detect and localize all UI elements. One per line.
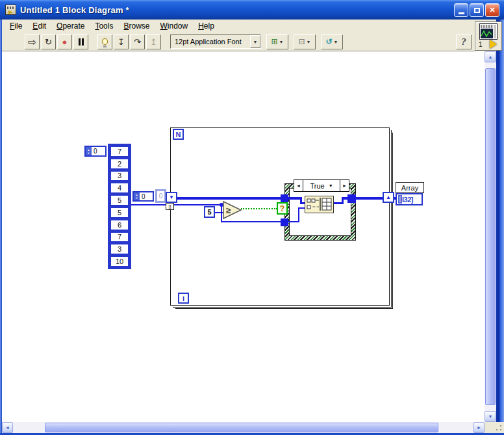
pause-icon [79, 38, 81, 46]
menu-operate-accel: O [57, 21, 62, 31]
for-loop[interactable] [170, 127, 390, 306]
loop-iteration-terminal[interactable]: i [178, 293, 189, 304]
array-element[interactable]: 5 [110, 207, 129, 218]
shift-register-left[interactable]: ▼ [166, 192, 177, 203]
menu-window-rest: indow [168, 21, 188, 31]
wire-array-to-tunnel [128, 204, 168, 205]
distribute-objects-button[interactable]: ⊟▼ [294, 34, 316, 49]
array-constant[interactable]: 7 2 3 4 5 5 6 7 3 10 [108, 144, 131, 269]
menu-edit[interactable]: Edit [27, 20, 51, 33]
reorder-icon: ↺ [326, 37, 333, 46]
array-indicator-label[interactable]: Array [396, 182, 424, 193]
font-selector[interactable]: 12pt Application Font ▼ [170, 34, 261, 49]
vi-icon-pane[interactable]: 1 [475, 21, 502, 51]
array-element[interactable]: 2 [110, 158, 129, 170]
shift-register-right[interactable]: ▲ [383, 192, 394, 203]
minimize-button[interactable] [454, 3, 468, 17]
case-name[interactable]: True▼ [303, 180, 340, 191]
array-element[interactable]: 6 [110, 219, 129, 231]
menu-bar: File Edit Operate Tools Browse Window He… [2, 20, 475, 33]
horizontal-scrollbar[interactable]: ◄ ► [2, 422, 485, 433]
resize-grip[interactable] [485, 422, 504, 433]
spinner-down-icon[interactable]: ▼ [88, 152, 90, 155]
array-indicator-terminal[interactable]: [ I32] [396, 193, 423, 205]
window-title: Untitled 1 Block Diagram * [20, 5, 129, 15]
loop-count-terminal[interactable]: N [173, 129, 184, 140]
menu-operate-rest: perate [62, 21, 84, 31]
menu-browse-rest: rowse [129, 21, 149, 31]
menu-help[interactable]: Help [193, 20, 220, 33]
caption-buttons: ✕ [454, 3, 499, 17]
case-wire [298, 208, 299, 222]
menu-tools[interactable]: Tools [90, 20, 118, 33]
run-button[interactable]: ⇨ [25, 34, 40, 49]
title-bar: Untitled 1 Block Diagram * ✕ [0, 0, 504, 20]
for-loop-shadow [391, 130, 392, 307]
case-next-icon[interactable]: ► [340, 180, 349, 191]
array-element[interactable]: 3 [110, 170, 129, 182]
vertical-scrollbar[interactable]: ▲ ▼ [485, 51, 496, 422]
step-into-button[interactable]: ↧ [114, 34, 129, 49]
menu-window[interactable]: Window [155, 20, 193, 33]
scroll-down-button[interactable]: ▼ [485, 411, 496, 422]
step-out-icon: ↥ [150, 37, 157, 47]
pause-button[interactable] [73, 34, 88, 49]
reorder-button[interactable]: ↺▼ [321, 34, 343, 49]
init-array-index-value[interactable]: 0 [140, 192, 153, 200]
for-loop-shadow [173, 307, 392, 308]
run-continuous-button[interactable]: ↻ [41, 34, 56, 49]
auto-index-tunnel[interactable]: [] [166, 203, 174, 210]
case-selector-label[interactable]: ◄ True▼ ► [294, 179, 349, 192]
greater-or-equal-node[interactable]: ≥ [222, 200, 243, 221]
labview-vi-icon [5, 5, 16, 15]
vi-default-icon [479, 23, 498, 40]
maximize-button[interactable] [470, 3, 484, 17]
toolbar: ⇨ ↻ ● ↧ ↷ ↥ 12pt Application Font ▼ ⊞▼ ⊟… [2, 33, 475, 51]
array-constant-index[interactable]: ▲▼ 0 [84, 146, 107, 157]
maximize-icon [474, 8, 480, 13]
case-tunnel-element-in[interactable] [281, 218, 288, 226]
case-tunnel-array-in[interactable] [281, 194, 288, 202]
array-element[interactable]: 7 [110, 146, 129, 157]
index-spinner[interactable]: ▲▼ [134, 192, 140, 200]
index-spinner[interactable]: ▲▼ [86, 147, 92, 155]
chevron-down-icon: ▼ [334, 40, 338, 44]
step-over-button[interactable]: ↷ [130, 34, 145, 49]
window-border-right [496, 20, 504, 435]
font-selector-value: 12pt Application Font [171, 38, 250, 46]
context-help-button[interactable]: ? [456, 34, 472, 49]
chevron-down-icon[interactable]: ▼ [250, 35, 260, 48]
array-element[interactable]: 10 [110, 256, 129, 267]
step-over-icon: ↷ [134, 37, 141, 47]
lightbulb-icon [102, 38, 108, 45]
build-array-node[interactable] [305, 196, 334, 213]
step-out-button[interactable]: ↥ [146, 34, 161, 49]
menu-operate[interactable]: Operate [51, 20, 90, 33]
init-array-index[interactable]: ▲▼ 0 [132, 191, 154, 202]
array-element[interactable]: 7 [110, 231, 129, 243]
case-prev-icon[interactable]: ◄ [294, 180, 303, 191]
horizontal-scroll-thumb[interactable] [45, 423, 438, 432]
vertical-scroll-thumb[interactable] [485, 68, 496, 405]
case-dropdown-icon[interactable]: ▼ [329, 183, 333, 188]
close-button[interactable]: ✕ [485, 3, 499, 17]
abort-button[interactable]: ● [57, 34, 72, 49]
highlight-execution-button[interactable] [97, 34, 112, 49]
menu-browse[interactable]: Browse [118, 20, 155, 33]
align-objects-button[interactable]: ⊞▼ [266, 34, 288, 49]
menu-file[interactable]: File [5, 20, 27, 33]
case-selector-terminal[interactable]: ? [277, 202, 288, 215]
array-element[interactable]: 5 [110, 194, 129, 206]
scroll-left-button[interactable]: ◄ [2, 422, 13, 433]
init-array-element[interactable]: 0 [155, 189, 166, 203]
numeric-constant[interactable]: 5 [204, 206, 215, 218]
spinner-down-icon[interactable]: ▼ [136, 196, 138, 200]
scroll-right-button[interactable]: ► [473, 422, 485, 433]
array-element[interactable]: 4 [110, 182, 129, 194]
chevron-down-icon: ▼ [279, 40, 284, 44]
array-index-value[interactable]: 0 [92, 147, 105, 155]
array-element[interactable]: 3 [110, 243, 129, 255]
block-diagram-canvas[interactable]: ▲▼ 0 7 2 3 4 5 5 6 7 3 10 ▲▼ 0 0 N i ▼ ▲ [2, 51, 485, 422]
abort-icon: ● [62, 37, 68, 47]
scroll-up-button[interactable]: ▲ [485, 51, 496, 62]
